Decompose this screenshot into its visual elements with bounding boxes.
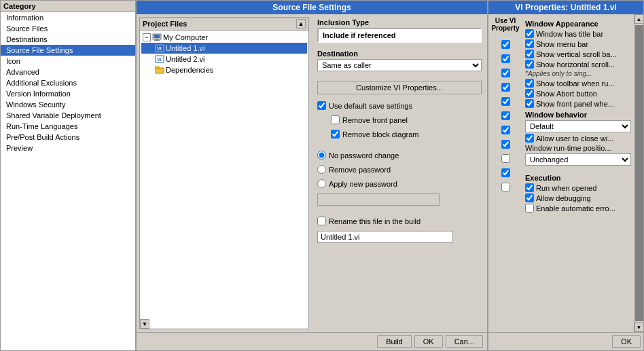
destination-select[interactable]: Same as callerApplication DirectoryData … xyxy=(317,59,482,71)
category-item-icon[interactable]: Icon xyxy=(1,56,135,67)
vi-prop-row: Show front panel whe... xyxy=(525,99,631,108)
scroll-thumb[interactable] xyxy=(635,25,643,321)
remove-block-diagram-label: Remove block diagram xyxy=(342,130,419,138)
category-item-destinations[interactable]: Destinations xyxy=(1,34,135,45)
remove-password-label: Remove password xyxy=(329,166,391,174)
vi-prop-checkbox[interactable] xyxy=(525,193,534,202)
use-vi-property-checkbox[interactable] xyxy=(501,140,510,149)
use-default-save-checkbox[interactable] xyxy=(317,101,326,110)
vi-prop-label: Show vertical scroll ba... xyxy=(536,50,617,58)
category-item-information[interactable]: Information xyxy=(1,12,135,23)
category-item-runtime-languages[interactable]: Run-Time Languages xyxy=(1,121,135,132)
rename-file-input[interactable] xyxy=(317,231,453,243)
vi-prop-checkbox[interactable] xyxy=(525,60,534,69)
vi-prop-label: Run when opened xyxy=(536,184,596,192)
vi-prop-checkbox[interactable] xyxy=(525,183,534,192)
vi-prop-row: Show toolbar when ru... xyxy=(525,79,631,88)
use-vi-property-checkbox[interactable] xyxy=(501,69,510,77)
vi-prop-label: Allow user to close wi... xyxy=(536,134,613,143)
category-list: InformationSource FilesDestinationsSourc… xyxy=(1,12,135,153)
settings-panel: Inclusion Type Include if referenced Des… xyxy=(312,14,487,332)
vi-prop-checkbox[interactable] xyxy=(525,39,534,48)
scroll-up-arrow[interactable]: ▲ xyxy=(634,14,644,24)
vi-prop-checkbox[interactable] xyxy=(525,204,534,213)
project-tree-header: Project Files ▲ xyxy=(140,18,308,31)
use-vi-property-checkbox[interactable] xyxy=(501,40,510,49)
tree-content: − My Computer xyxy=(140,31,308,319)
window-appearance-title: Window Appearance xyxy=(525,20,631,28)
remove-block-diagram-row: Remove block diagram xyxy=(331,130,482,138)
inclusion-type-value: Include if referenced xyxy=(317,28,482,43)
use-vi-property-checkbox[interactable] xyxy=(501,168,510,177)
use-vi-col: Use VIProperty xyxy=(488,14,522,332)
vi-prop-checkbox[interactable] xyxy=(525,134,534,143)
vi-prop-checkbox[interactable] xyxy=(525,79,534,88)
category-item-advanced[interactable]: Advanced xyxy=(1,67,135,77)
window-runtime-label: Window run-time positio... xyxy=(525,144,611,152)
use-vi-label: Use VIProperty xyxy=(491,17,519,32)
password-input[interactable] xyxy=(317,193,440,206)
tree-scroll-down[interactable]: ▼ xyxy=(140,319,149,329)
tree-item-dependencies[interactable]: Dependencies xyxy=(141,64,307,75)
category-item-windows-security[interactable]: Windows Security xyxy=(1,99,135,110)
window-runtime-select[interactable]: UnchangedCenteredCustom xyxy=(525,153,631,166)
main-panel-body: Project Files ▲ − My xyxy=(137,14,487,332)
vi-prop-checkbox[interactable] xyxy=(525,99,534,108)
vi-prop-row: Allow user to close wi... xyxy=(525,134,631,143)
vi-prop-checkbox[interactable] xyxy=(525,29,534,38)
tree-item-untitled2[interactable]: VI Untitled 2.vi xyxy=(141,54,307,64)
project-files-label: Project Files xyxy=(143,20,187,28)
main-panel-header: Source File Settings xyxy=(137,1,487,14)
build-button[interactable]: Build xyxy=(377,335,411,348)
category-header: Category xyxy=(1,1,135,12)
svg-text:VI: VI xyxy=(157,46,162,51)
dependencies-icon xyxy=(155,65,164,75)
remove-front-panel-checkbox[interactable] xyxy=(331,115,340,124)
vi-prop-label: Enable automatic erro... xyxy=(536,204,615,213)
tree-item-my-computer[interactable]: − My Computer xyxy=(141,32,307,43)
remove-password-radio[interactable] xyxy=(317,165,326,174)
vi-prop-row: Show Abort button xyxy=(525,89,631,98)
vi-prop-checkbox[interactable] xyxy=(525,89,534,98)
category-item-source-files[interactable]: Source Files xyxy=(1,23,135,34)
vi-ok-button[interactable]: OK xyxy=(612,335,641,348)
category-item-additional-exclusions[interactable]: Additional Exclusions xyxy=(1,77,135,88)
rename-file-checkbox[interactable] xyxy=(317,217,326,225)
cancel-button[interactable]: Can... xyxy=(446,335,483,348)
category-item-version-information[interactable]: Version Information xyxy=(1,88,135,99)
use-vi-property-checkbox[interactable] xyxy=(501,154,510,163)
tree-item-untitled1[interactable]: VI Untitled 1.vi xyxy=(141,43,307,54)
vi-prop-row: Show menu bar xyxy=(525,39,631,48)
rename-file-row: Rename this file in the build xyxy=(317,217,482,225)
use-default-save-row: Use default save settings xyxy=(317,101,482,110)
use-vi-property-checkbox[interactable] xyxy=(501,83,510,92)
category-item-source-file-settings[interactable]: Source File Settings xyxy=(1,45,135,56)
category-item-preview[interactable]: Preview xyxy=(1,143,135,153)
no-password-radio[interactable] xyxy=(317,151,326,160)
category-item-pre-post-build-actions[interactable]: Pre/Post Build Actions xyxy=(1,132,135,143)
remove-password-row: Remove password xyxy=(317,165,482,174)
use-vi-property-checkbox[interactable] xyxy=(501,126,510,134)
vi1-icon: VI xyxy=(155,43,164,53)
vi-prop-checkbox[interactable] xyxy=(525,50,534,58)
computer-icon xyxy=(152,33,162,42)
customize-vi-button[interactable]: Customize VI Properties... xyxy=(317,81,482,94)
scroll-down-arrow[interactable]: ▼ xyxy=(634,322,644,332)
remove-block-diagram-checkbox[interactable] xyxy=(331,130,340,138)
window-behavior-select[interactable]: DefaultFloatingModal xyxy=(525,120,631,132)
dependencies-label: Dependencies xyxy=(166,66,213,74)
ok-button[interactable]: OK xyxy=(414,335,443,348)
remove-front-panel-row: Remove front panel xyxy=(331,115,482,124)
tree-expand-my-computer[interactable]: − xyxy=(143,33,151,41)
inclusion-type-label: Inclusion Type xyxy=(317,18,482,26)
use-vi-property-checkbox[interactable] xyxy=(501,54,510,63)
tree-scroll-up[interactable]: ▲ xyxy=(296,19,306,29)
apply-new-password-radio[interactable] xyxy=(317,179,326,188)
use-vi-property-checkbox[interactable] xyxy=(501,111,510,120)
my-computer-label: My Computer xyxy=(163,33,208,41)
inclusion-type-group: Inclusion Type Include if referenced xyxy=(317,18,482,43)
use-vi-property-checkbox[interactable] xyxy=(501,183,510,191)
destination-label: Destination xyxy=(317,50,482,58)
use-vi-property-checkbox[interactable] xyxy=(501,97,510,106)
category-item-shared-variable-deployment[interactable]: Shared Variable Deployment xyxy=(1,110,135,121)
